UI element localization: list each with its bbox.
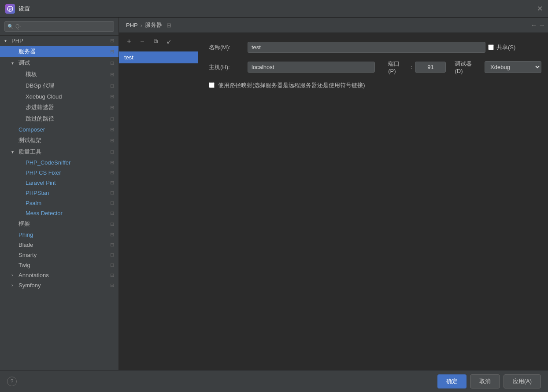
add-server-button[interactable]: + bbox=[123, 36, 135, 47]
collapse-smarty[interactable]: ⊟ bbox=[110, 252, 114, 258]
sidebar-item-framework[interactable]: 框架 ⊟ bbox=[0, 218, 118, 230]
footer-buttons: 确定 取消 应用(A) bbox=[437, 374, 541, 388]
collapse-phpstan[interactable]: ⊟ bbox=[110, 190, 114, 196]
sidebar-item-step-filter[interactable]: 步进筛选器 ⊟ bbox=[0, 102, 118, 113]
sidebar-item-phing[interactable]: Phing ⊟ bbox=[0, 230, 118, 240]
sidebar-item-label-phpcodesniffer: PHP_CodeSniffer bbox=[26, 159, 110, 166]
sidebar-item-label-phpstan: PHPStan bbox=[26, 190, 110, 196]
title-bar: P 设置 ✕ bbox=[0, 0, 548, 18]
content-header: PHP › 服务器 ⊟ ← → bbox=[119, 18, 548, 33]
add-icon: + bbox=[127, 37, 131, 45]
close-button[interactable]: ✕ bbox=[537, 4, 543, 13]
form-panel: 名称(M): 共享(S) 主机(H): 端口(P) : 调试器(D) bbox=[198, 33, 548, 370]
breadcrumb-collapse-icon[interactable]: ⊟ bbox=[167, 22, 171, 29]
collapse-phpcsfixer[interactable]: ⊟ bbox=[110, 170, 114, 176]
name-input[interactable] bbox=[248, 42, 485, 53]
share-label: 共享(S) bbox=[496, 44, 515, 51]
copy-server-button[interactable]: ⧉ bbox=[150, 36, 161, 47]
sidebar-item-label-debug: 调试 bbox=[19, 59, 110, 67]
arrow-icon-symfony: › bbox=[11, 283, 17, 288]
sidebar: 🔍 ▾ PHP ⊟ 服务器 ⊟ ▾ 调试 ⊟ 模板 ⊟ bbox=[0, 18, 119, 370]
server-section: + − ⧉ ↙ test bbox=[119, 33, 198, 370]
server-list-item-test[interactable]: test bbox=[119, 51, 198, 63]
breadcrumb: PHP › 服务器 ⊟ bbox=[126, 21, 531, 29]
sidebar-item-laravel-pint[interactable]: Laravel Pint ⊟ bbox=[0, 178, 118, 188]
remove-server-button[interactable]: − bbox=[137, 36, 148, 47]
sidebar-item-psalm[interactable]: Psalm ⊟ bbox=[0, 198, 118, 208]
collapse-twig[interactable]: ⊟ bbox=[110, 262, 114, 268]
sidebar-item-composer[interactable]: Composer ⊟ bbox=[0, 125, 118, 135]
collapse-symfony[interactable]: ⊟ bbox=[110, 282, 114, 288]
svg-text:P: P bbox=[9, 7, 11, 11]
sidebar-item-label-laravel-pint: Laravel Pint bbox=[26, 180, 110, 186]
sidebar-item-skip-path[interactable]: 跳过的路径 ⊟ bbox=[0, 113, 118, 125]
sidebar-item-annotations[interactable]: › Annotations ⊟ bbox=[0, 270, 118, 280]
sidebar-item-test-framework[interactable]: 测试框架 ⊟ bbox=[0, 135, 118, 146]
move-server-button[interactable]: ↙ bbox=[163, 36, 174, 47]
collapse-composer[interactable]: ⊟ bbox=[110, 127, 114, 132]
nav-back-button[interactable]: ← bbox=[531, 22, 537, 29]
sidebar-item-quality-tools[interactable]: ▾ 质量工具 ⊟ bbox=[0, 146, 118, 158]
panels-area: + − ⧉ ↙ test bbox=[119, 33, 548, 370]
search-input[interactable] bbox=[4, 21, 114, 32]
collapse-server[interactable]: ⊟ bbox=[110, 49, 114, 55]
port-input[interactable] bbox=[415, 62, 446, 73]
sidebar-item-phpstan[interactable]: PHPStan ⊟ bbox=[0, 188, 118, 198]
collapse-framework[interactable]: ⊟ bbox=[110, 221, 114, 227]
collapse-step-filter[interactable]: ⊟ bbox=[110, 105, 114, 110]
confirm-button[interactable]: 确定 bbox=[437, 374, 467, 388]
nav-forward-button[interactable]: → bbox=[539, 22, 545, 29]
sidebar-item-xdebug-cloud[interactable]: Xdebug Cloud ⊟ bbox=[0, 92, 118, 102]
copy-icon: ⧉ bbox=[154, 38, 158, 45]
debugger-select[interactable]: Xdebug Zend Debugger bbox=[485, 61, 541, 73]
sidebar-item-label-template: 模板 bbox=[26, 70, 110, 78]
sidebar-item-php[interactable]: ▾ PHP ⊟ bbox=[0, 36, 118, 46]
sidebar-item-phpcodesniffer[interactable]: PHP_CodeSniffer ⊟ bbox=[0, 158, 118, 168]
sidebar-item-phpcsfixer[interactable]: PHP CS Fixer ⊟ bbox=[0, 168, 118, 178]
sidebar-item-dbgp[interactable]: DBGp 代理 ⊟ bbox=[0, 80, 118, 92]
sidebar-item-label-symfony: Symfony bbox=[19, 282, 110, 289]
arrow-icon-debug: ▾ bbox=[11, 61, 17, 66]
help-button[interactable]: ? bbox=[7, 377, 17, 386]
sidebar-item-mess-detector[interactable]: Mess Detector ⊟ bbox=[0, 208, 118, 218]
collapse-blade[interactable]: ⊟ bbox=[110, 242, 114, 248]
footer-left: ? bbox=[7, 377, 17, 386]
collapse-test-framework[interactable]: ⊟ bbox=[110, 138, 114, 143]
collapse-dbgp[interactable]: ⊟ bbox=[110, 83, 114, 89]
collapse-template[interactable]: ⊟ bbox=[110, 72, 114, 77]
collapse-annotations[interactable]: ⊟ bbox=[110, 272, 114, 278]
path-map-row: 使用路径映射(选择服务器是远程服务器还是使用符号链接) bbox=[209, 81, 541, 89]
host-input[interactable] bbox=[248, 62, 375, 73]
sidebar-item-label-dbgp: DBGp 代理 bbox=[26, 82, 110, 90]
collapse-xdebug-cloud[interactable]: ⊟ bbox=[110, 94, 114, 99]
remove-icon: − bbox=[140, 37, 144, 45]
sidebar-item-label-smarty: Smarty bbox=[19, 252, 110, 258]
collapse-phpcodesniffer[interactable]: ⊟ bbox=[110, 160, 114, 165]
collapse-debug[interactable]: ⊟ bbox=[110, 60, 114, 66]
toolbar: + − ⧉ ↙ bbox=[119, 33, 198, 50]
sidebar-item-symfony[interactable]: › Symfony ⊟ bbox=[0, 280, 118, 290]
collapse-psalm[interactable]: ⊟ bbox=[110, 200, 114, 206]
collapse-quality-tools[interactable]: ⊟ bbox=[110, 149, 114, 155]
collapse-skip-path[interactable]: ⊟ bbox=[110, 116, 114, 122]
share-checkbox[interactable] bbox=[488, 44, 494, 50]
sidebar-item-smarty[interactable]: Smarty ⊟ bbox=[0, 250, 118, 260]
nav-arrows: ← → bbox=[531, 22, 545, 29]
sidebar-item-label-twig: Twig bbox=[19, 262, 110, 268]
cancel-button[interactable]: 取消 bbox=[470, 374, 500, 388]
sidebar-item-label-psalm: Psalm bbox=[26, 200, 110, 206]
collapse-laravel-pint[interactable]: ⊟ bbox=[110, 180, 114, 186]
sidebar-item-twig[interactable]: Twig ⊟ bbox=[0, 260, 118, 270]
collapse-phing[interactable]: ⊟ bbox=[110, 232, 114, 238]
sidebar-item-server[interactable]: 服务器 ⊟ bbox=[0, 46, 118, 57]
collapse-mess-detector[interactable]: ⊟ bbox=[110, 210, 114, 216]
sidebar-item-template[interactable]: 模板 ⊟ bbox=[0, 69, 118, 80]
sidebar-item-debug[interactable]: ▾ 调试 ⊟ bbox=[0, 57, 118, 69]
breadcrumb-server[interactable]: 服务器 bbox=[145, 21, 162, 29]
apply-button[interactable]: 应用(A) bbox=[504, 374, 541, 388]
sidebar-item-blade[interactable]: Blade ⊟ bbox=[0, 240, 118, 250]
collapse-php[interactable]: ⊟ bbox=[110, 38, 114, 44]
path-map-checkbox[interactable] bbox=[209, 82, 215, 88]
breadcrumb-php[interactable]: PHP bbox=[126, 22, 138, 29]
move-icon: ↙ bbox=[167, 38, 171, 45]
